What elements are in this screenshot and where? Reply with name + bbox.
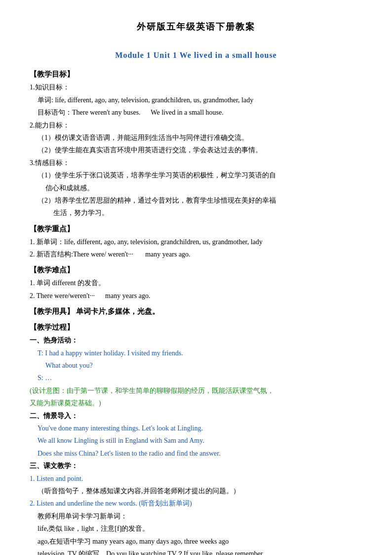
warmup-s: S: …: [38, 373, 362, 384]
goals-3-label: 3.情感目标：: [30, 158, 362, 169]
text-vocab-life: life,类似 like，light，注意[f]的发音。: [38, 523, 362, 534]
module-title: Module 1 Unit 1 We lived in a small hous…: [30, 49, 362, 62]
text-1-desc: （听音指句子，整体感知课文内容,并回答老师刚才提出的问题。）: [38, 486, 362, 497]
key-2: 2. 新语言结构:There were/ weren't··· many yea…: [30, 249, 362, 260]
context-1: You've done many interesting things. Let…: [38, 423, 362, 434]
difficult-1: 1. 单词 different 的发音。: [30, 278, 362, 289]
text-vocab-tv-a: television, TV 的缩写，Do you like watching …: [38, 549, 362, 555]
goals-1-label: 1.知识目标：: [30, 82, 362, 93]
key-1: 1. 新单词：life, different, ago, any, televi…: [30, 237, 362, 248]
text-1-label: 1. Listen and point.: [30, 473, 362, 484]
goals-2-label: 2.能力目标：: [30, 120, 362, 131]
section-process-header: 【教学过程】: [30, 321, 362, 333]
goals-ability-1: （1）模仿课文语音语调，并能运用到生活当中与同伴进行准确交流。: [38, 132, 362, 143]
text-2-intro: 教师利用单词卡学习新单词：: [38, 511, 362, 522]
warmup-design2: 又能为新课奠定基础。): [30, 398, 362, 409]
difficult-2: 2. There were/weren't··· many years ago.: [30, 291, 362, 301]
section-key-header: 【教学重点】: [30, 223, 362, 235]
text-vocab-ago: ago,在短语中学习 many years ago, many days ago…: [38, 536, 362, 547]
goals-emotion-1a: （1）使学生乐于张口说英语，培养学生学习英语的积极性，树立学习英语的自: [38, 170, 362, 181]
context-3: Does she miss China? Let's listen to the…: [38, 448, 362, 459]
section-tools-header: 【教学用具】 单词卡片,多媒体，光盘。: [30, 305, 362, 317]
context-header: 二、情景导入：: [30, 411, 362, 422]
page-title: 外研版五年级英语下册教案: [30, 20, 362, 34]
goals-emotion-2a: （2）培养学生忆苦思甜的精神，通过今昔对比，教育学生珍惜现在美好的幸福: [38, 195, 362, 206]
goals-sentence: 目标语句：There weren't any buses. We lived i…: [38, 107, 362, 118]
section-difficult-header: 【教学难点】: [30, 264, 362, 276]
goals-vocab: 单词: life, different, ago, any, televisio…: [38, 95, 362, 106]
context-2: We all know Lingling is still in England…: [38, 435, 362, 446]
warmup-t: T: I had a happy winter holiday. I visit…: [38, 348, 362, 359]
warmup-header: 一、热身活动：: [30, 335, 362, 346]
section-goals-header: 【教学目标】: [30, 68, 362, 80]
warmup-design: (设计意图：由于第一节课，和学生简单的聊聊假期的经历，既能活跃课堂气氛，: [30, 385, 362, 396]
goals-emotion-1b: 信心和成就感。: [45, 183, 362, 194]
goals-emotion-2b: 生活，努力学习。: [53, 208, 362, 218]
goals-ability-2: （2）使学生能在真实语言环境中用英语进行交流，学会表达过去的事情。: [38, 145, 362, 156]
text-2-label: 2. Listen and underline the new words. (…: [30, 498, 362, 509]
warmup-t2: What about you?: [45, 360, 362, 371]
text-teaching-header: 三、课文教学：: [30, 461, 362, 471]
